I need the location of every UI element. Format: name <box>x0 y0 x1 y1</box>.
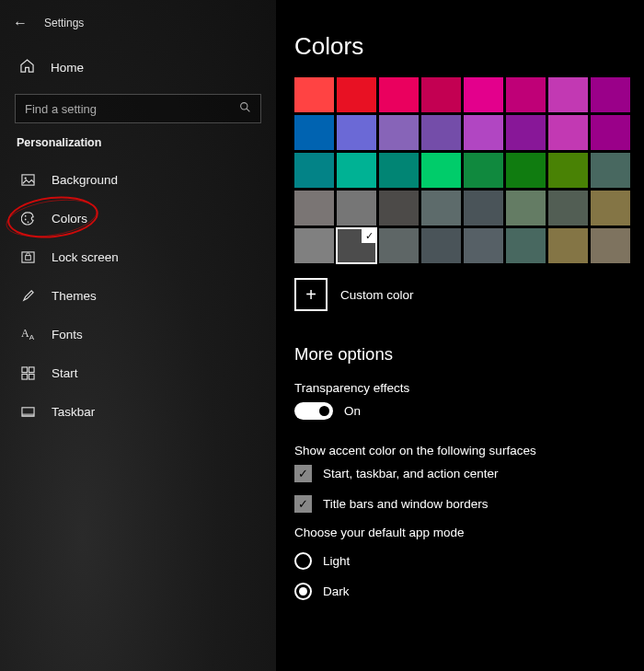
sidebar-item-fonts[interactable]: AAFonts <box>0 315 276 353</box>
main-content: Colors ✓ + Custom color More options Tra… <box>276 0 644 671</box>
sidebar-item-label: Fonts <box>52 328 83 341</box>
color-swatch[interactable] <box>548 191 588 226</box>
section-label: Personalization <box>0 136 276 160</box>
checkbox-title-bars-and-window-borders[interactable]: ✓Title bars and window borders <box>294 495 644 513</box>
checkbox-icon: ✓ <box>294 495 312 513</box>
svg-rect-7 <box>21 251 33 261</box>
more-options-heading: More options <box>294 344 644 364</box>
sidebar-item-start[interactable]: Start <box>0 353 276 392</box>
color-swatch[interactable] <box>548 228 588 263</box>
sidebar-item-label: Start <box>52 366 78 380</box>
sidebar-item-colors[interactable]: Colors <box>0 199 276 237</box>
fonts-icon: AA <box>20 327 35 341</box>
color-swatch[interactable] <box>464 115 503 150</box>
color-swatch[interactable] <box>379 191 419 226</box>
svg-point-6 <box>27 221 29 223</box>
color-swatch[interactable] <box>294 115 334 150</box>
color-swatch[interactable] <box>379 153 419 188</box>
color-swatch[interactable] <box>294 228 334 263</box>
svg-rect-8 <box>25 255 30 260</box>
radio-icon <box>294 583 312 600</box>
color-swatch[interactable] <box>337 153 376 188</box>
svg-point-0 <box>241 103 247 110</box>
color-swatch[interactable] <box>421 153 461 188</box>
sidebar-item-taskbar[interactable]: Taskbar <box>0 392 276 431</box>
transparency-state: On <box>344 404 361 418</box>
start-icon <box>20 365 35 380</box>
sidebar-item-lock-screen[interactable]: Lock screen <box>0 237 276 276</box>
svg-point-3 <box>24 177 26 179</box>
radio-light[interactable]: Light <box>294 552 644 570</box>
svg-point-4 <box>24 214 26 216</box>
radio-dark[interactable]: Dark <box>294 583 644 600</box>
svg-rect-12 <box>29 374 34 379</box>
color-swatch[interactable] <box>464 153 503 188</box>
transparency-label: Transparency effects <box>294 381 644 395</box>
color-swatch[interactable] <box>464 228 503 263</box>
svg-point-5 <box>24 218 26 220</box>
sidebar-item-themes[interactable]: Themes <box>0 276 276 315</box>
color-swatch[interactable] <box>379 77 419 112</box>
image-icon <box>20 172 35 187</box>
svg-rect-2 <box>21 174 33 184</box>
color-swatch[interactable] <box>548 153 588 188</box>
checkbox-label: Title bars and window borders <box>323 497 489 511</box>
color-swatch[interactable] <box>421 191 461 226</box>
app-title: Settings <box>44 17 84 29</box>
color-swatch[interactable] <box>464 191 503 226</box>
color-swatch[interactable] <box>337 191 376 226</box>
custom-color-label: Custom color <box>340 288 414 302</box>
color-swatch[interactable] <box>421 115 461 150</box>
search-box[interactable] <box>15 94 261 123</box>
radio-label: Light <box>323 554 350 568</box>
color-swatch[interactable] <box>506 228 546 263</box>
color-swatch[interactable] <box>506 115 546 150</box>
nav-home[interactable]: Home <box>0 46 276 88</box>
color-swatch[interactable] <box>337 115 376 150</box>
color-swatch[interactable] <box>548 77 588 112</box>
color-swatch[interactable] <box>421 228 461 263</box>
home-icon <box>20 59 34 75</box>
color-swatch[interactable] <box>548 115 588 150</box>
color-swatch[interactable] <box>506 77 546 112</box>
color-swatch[interactable] <box>506 153 546 188</box>
sidebar-item-background[interactable]: Background <box>0 160 276 199</box>
checkbox-icon: ✓ <box>294 465 312 482</box>
color-swatch[interactable] <box>294 153 334 188</box>
color-swatch[interactable]: ✓ <box>337 228 376 263</box>
checkbox-start-taskbar-and-action-center[interactable]: ✓Start, taskbar, and action center <box>294 465 644 482</box>
custom-color-button[interactable]: + <box>294 278 328 311</box>
color-swatch[interactable] <box>591 191 630 226</box>
palette-icon <box>20 211 35 226</box>
color-swatch[interactable] <box>591 77 630 112</box>
sidebar-item-label: Colors <box>52 212 87 226</box>
search-input[interactable] <box>25 102 239 116</box>
svg-rect-10 <box>29 366 34 372</box>
app-mode-label: Choose your default app mode <box>294 526 644 539</box>
color-swatch[interactable] <box>506 191 546 226</box>
color-swatch[interactable] <box>379 228 419 263</box>
color-swatch[interactable] <box>421 77 461 112</box>
color-swatch[interactable] <box>464 77 503 112</box>
lock-icon <box>20 249 35 264</box>
sidebar-item-label: Lock screen <box>52 250 119 264</box>
search-icon <box>239 101 251 116</box>
transparency-toggle[interactable] <box>294 402 333 420</box>
color-swatch[interactable] <box>337 77 376 112</box>
taskbar-icon <box>20 404 35 419</box>
sidebar: ← Settings Home Personalization Backgrou… <box>0 0 276 671</box>
radio-label: Dark <box>323 584 350 598</box>
accent-surfaces-label: Show accent color on the following surfa… <box>294 444 644 457</box>
color-swatch[interactable] <box>591 153 630 188</box>
sidebar-item-label: Taskbar <box>52 405 95 419</box>
color-swatch[interactable] <box>379 115 419 150</box>
back-arrow-icon[interactable]: ← <box>13 15 28 31</box>
color-swatch[interactable] <box>294 77 334 112</box>
color-swatch[interactable] <box>591 115 630 150</box>
color-swatch[interactable] <box>591 228 630 263</box>
radio-icon <box>294 552 312 570</box>
color-swatch-grid: ✓ <box>294 77 644 263</box>
brush-icon <box>20 288 35 303</box>
color-swatch[interactable] <box>294 191 334 226</box>
svg-rect-14 <box>21 413 33 416</box>
